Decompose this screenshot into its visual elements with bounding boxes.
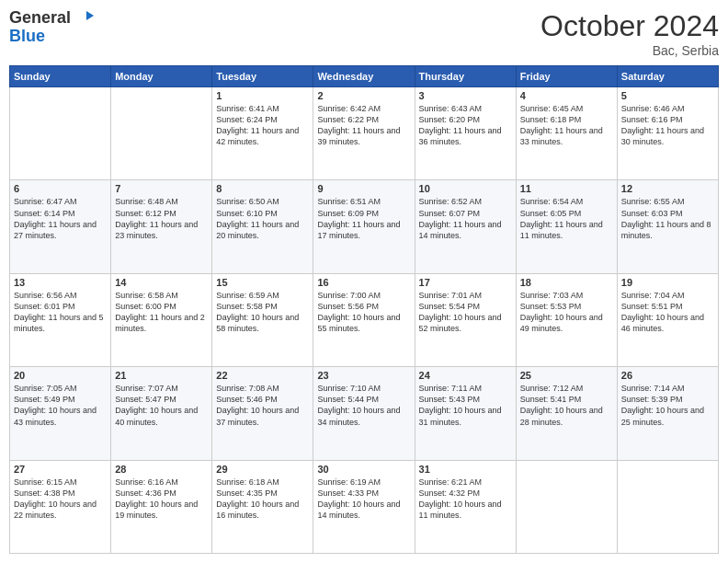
logo: General Blue (9, 9, 96, 46)
cell-text: Sunrise: 7:12 AMSunset: 5:41 PMDaylight:… (520, 383, 613, 428)
cell-text: Sunrise: 7:14 AMSunset: 5:39 PMDaylight:… (621, 383, 714, 428)
day-number: 8 (216, 183, 309, 194)
cell-text: Sunrise: 6:16 AMSunset: 4:36 PMDaylight:… (115, 477, 208, 522)
calendar-cell: 20Sunrise: 7:05 AMSunset: 5:49 PMDayligh… (10, 367, 111, 460)
cell-text: Sunrise: 6:43 AMSunset: 6:20 PMDaylight:… (419, 103, 512, 148)
calendar-cell: 21Sunrise: 7:07 AMSunset: 5:47 PMDayligh… (111, 367, 212, 460)
calendar-cell: 6Sunrise: 6:47 AMSunset: 6:14 PMDaylight… (10, 180, 111, 273)
day-number: 3 (419, 90, 512, 101)
calendar-cell: 1Sunrise: 6:41 AMSunset: 6:24 PMDaylight… (212, 87, 313, 180)
cell-text: Sunrise: 6:45 AMSunset: 6:18 PMDaylight:… (520, 103, 613, 148)
cell-text: Sunrise: 6:58 AMSunset: 6:00 PMDaylight:… (115, 290, 208, 335)
cell-text: Sunrise: 6:51 AMSunset: 6:09 PMDaylight:… (317, 196, 410, 241)
calendar-header-row: SundayMondayTuesdayWednesdayThursdayFrid… (10, 66, 719, 87)
day-number: 23 (317, 370, 410, 381)
calendar-cell (10, 87, 111, 180)
calendar-week-row: 1Sunrise: 6:41 AMSunset: 6:24 PMDaylight… (10, 87, 719, 180)
cell-text: Sunrise: 6:59 AMSunset: 5:58 PMDaylight:… (216, 290, 309, 335)
calendar-cell: 19Sunrise: 7:04 AMSunset: 5:51 PMDayligh… (617, 273, 718, 366)
day-number: 22 (216, 370, 309, 381)
cell-text: Sunrise: 7:01 AMSunset: 5:54 PMDaylight:… (419, 290, 512, 335)
day-number: 25 (520, 370, 613, 381)
day-number: 24 (419, 370, 512, 381)
day-number: 9 (317, 183, 410, 194)
col-header-monday: Monday (111, 66, 212, 87)
cell-text: Sunrise: 6:55 AMSunset: 6:03 PMDaylight:… (621, 196, 714, 241)
calendar-week-row: 27Sunrise: 6:15 AMSunset: 4:38 PMDayligh… (10, 460, 719, 553)
day-number: 26 (621, 370, 714, 381)
day-number: 4 (520, 90, 613, 101)
logo-blue: Blue (9, 27, 45, 45)
cell-text: Sunrise: 7:08 AMSunset: 5:46 PMDaylight:… (216, 383, 309, 428)
col-header-tuesday: Tuesday (212, 66, 313, 87)
calendar-cell: 26Sunrise: 7:14 AMSunset: 5:39 PMDayligh… (617, 367, 718, 460)
calendar-cell: 24Sunrise: 7:11 AMSunset: 5:43 PMDayligh… (415, 367, 516, 460)
day-number: 7 (115, 183, 208, 194)
day-number: 12 (621, 183, 714, 194)
svg-marker-1 (86, 20, 94, 25)
cell-text: Sunrise: 7:10 AMSunset: 5:44 PMDaylight:… (317, 383, 410, 428)
svg-marker-0 (86, 11, 94, 20)
cell-text: Sunrise: 6:18 AMSunset: 4:35 PMDaylight:… (216, 477, 309, 522)
cell-text: Sunrise: 6:48 AMSunset: 6:12 PMDaylight:… (115, 196, 208, 241)
calendar-cell: 8Sunrise: 6:50 AMSunset: 6:10 PMDaylight… (212, 180, 313, 273)
day-number: 18 (520, 277, 613, 288)
calendar-cell: 25Sunrise: 7:12 AMSunset: 5:41 PMDayligh… (516, 367, 617, 460)
day-number: 5 (621, 90, 714, 101)
cell-text: Sunrise: 6:19 AMSunset: 4:33 PMDaylight:… (317, 477, 410, 522)
calendar-cell (617, 460, 718, 553)
cell-text: Sunrise: 6:50 AMSunset: 6:10 PMDaylight:… (216, 196, 309, 241)
month-title: October 2024 (540, 9, 719, 43)
day-number: 29 (216, 464, 309, 475)
logo-general: General (9, 9, 96, 28)
calendar-week-row: 6Sunrise: 6:47 AMSunset: 6:14 PMDaylight… (10, 180, 719, 273)
calendar-cell: 22Sunrise: 7:08 AMSunset: 5:46 PMDayligh… (212, 367, 313, 460)
calendar-cell: 4Sunrise: 6:45 AMSunset: 6:18 PMDaylight… (516, 87, 617, 180)
day-number: 31 (419, 464, 512, 475)
calendar-cell: 28Sunrise: 6:16 AMSunset: 4:36 PMDayligh… (111, 460, 212, 553)
calendar-cell (111, 87, 212, 180)
day-number: 28 (115, 464, 208, 475)
day-number: 15 (216, 277, 309, 288)
calendar-cell: 17Sunrise: 7:01 AMSunset: 5:54 PMDayligh… (415, 273, 516, 366)
cell-text: Sunrise: 6:21 AMSunset: 4:32 PMDaylight:… (419, 477, 512, 522)
calendar-cell: 16Sunrise: 7:00 AMSunset: 5:56 PMDayligh… (313, 273, 415, 366)
col-header-friday: Friday (516, 66, 617, 87)
cell-text: Sunrise: 6:46 AMSunset: 6:16 PMDaylight:… (621, 103, 714, 148)
cell-text: Sunrise: 6:42 AMSunset: 6:22 PMDaylight:… (317, 103, 410, 148)
location: Bac, Serbia (540, 43, 719, 58)
header: General Blue October 2024 Bac, Serbia (9, 9, 719, 58)
day-number: 6 (14, 183, 107, 194)
calendar-cell: 31Sunrise: 6:21 AMSunset: 4:32 PMDayligh… (415, 460, 516, 553)
day-number: 20 (14, 370, 107, 381)
calendar-table: SundayMondayTuesdayWednesdayThursdayFrid… (9, 65, 719, 554)
calendar-cell: 2Sunrise: 6:42 AMSunset: 6:22 PMDaylight… (313, 87, 415, 180)
calendar-cell: 9Sunrise: 6:51 AMSunset: 6:09 PMDaylight… (313, 180, 415, 273)
calendar-cell: 7Sunrise: 6:48 AMSunset: 6:12 PMDaylight… (111, 180, 212, 273)
title-area: October 2024 Bac, Serbia (540, 9, 719, 58)
calendar-cell: 29Sunrise: 6:18 AMSunset: 4:35 PMDayligh… (212, 460, 313, 553)
day-number: 30 (317, 464, 410, 475)
cell-text: Sunrise: 7:07 AMSunset: 5:47 PMDaylight:… (115, 383, 208, 428)
calendar-cell: 11Sunrise: 6:54 AMSunset: 6:05 PMDayligh… (516, 180, 617, 273)
calendar-cell: 13Sunrise: 6:56 AMSunset: 6:01 PMDayligh… (10, 273, 111, 366)
calendar-cell: 18Sunrise: 7:03 AMSunset: 5:53 PMDayligh… (516, 273, 617, 366)
day-number: 11 (520, 183, 613, 194)
day-number: 16 (317, 277, 410, 288)
calendar-cell: 3Sunrise: 6:43 AMSunset: 6:20 PMDaylight… (415, 87, 516, 180)
day-number: 13 (14, 277, 107, 288)
calendar-week-row: 20Sunrise: 7:05 AMSunset: 5:49 PMDayligh… (10, 367, 719, 460)
cell-text: Sunrise: 7:04 AMSunset: 5:51 PMDaylight:… (621, 290, 714, 335)
day-number: 1 (216, 90, 309, 101)
calendar-week-row: 13Sunrise: 6:56 AMSunset: 6:01 PMDayligh… (10, 273, 719, 366)
day-number: 14 (115, 277, 208, 288)
calendar-cell: 10Sunrise: 6:52 AMSunset: 6:07 PMDayligh… (415, 180, 516, 273)
cell-text: Sunrise: 7:00 AMSunset: 5:56 PMDaylight:… (317, 290, 410, 335)
day-number: 2 (317, 90, 410, 101)
day-number: 17 (419, 277, 512, 288)
logo-flag-icon (77, 9, 96, 28)
col-header-saturday: Saturday (617, 66, 718, 87)
cell-text: Sunrise: 6:47 AMSunset: 6:14 PMDaylight:… (14, 196, 107, 241)
cell-text: Sunrise: 6:15 AMSunset: 4:38 PMDaylight:… (14, 477, 107, 522)
calendar-cell: 30Sunrise: 6:19 AMSunset: 4:33 PMDayligh… (313, 460, 415, 553)
